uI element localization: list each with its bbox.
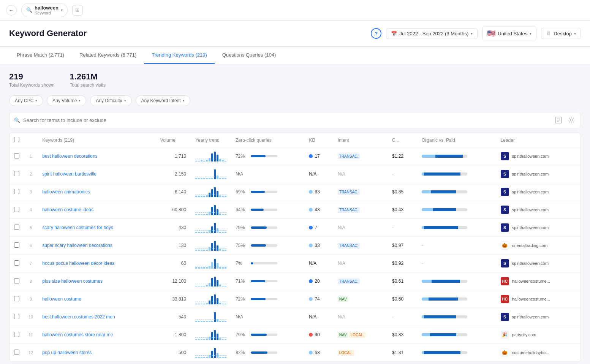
row-8-leader-name: halloweencostume... [512,297,550,301]
row-1-keyword-link[interactable]: spirit halloween bartlesville [42,171,96,177]
row-10-keyword-link[interactable]: halloween costumes store near me [42,332,113,337]
tab-phrase-match[interactable]: Phrase Match (2,771) [9,47,72,64]
row-3-number: 4 [24,201,38,219]
row-4-kd-value: 7 [315,225,317,230]
row-4-checkbox-cell [9,219,24,237]
row-9-organic-paid [417,308,496,326]
row-11-organic-paid [417,344,496,362]
row-11-intent-badge: LOCAL. [338,350,354,356]
stats-row: 219 Total Keywords shown 1.261M Total se… [9,72,581,88]
row-5-number: 6 [24,237,38,255]
row-7-kd-value: 20 [315,279,320,284]
date-range-picker[interactable]: 📅 Jul 2022 - Sep 2022 (3 Months) ▾ [386,28,478,39]
row-5-checkbox[interactable] [14,242,19,248]
row-0-keyword-link[interactable]: best halloween decorations [42,154,97,159]
cpc-filter[interactable]: Any CPC ▾ [9,95,43,106]
select-all-checkbox[interactable] [14,137,19,142]
row-0-keyword: best halloween decorations [38,147,156,165]
row-10-number: 11 [24,326,38,344]
row-2-kd: 63 [304,183,333,201]
row-6-checkbox[interactable] [14,260,19,266]
row-9-leader: Sspirithalloween.com [496,308,581,326]
row-10-cpc: $0.83 [388,326,417,344]
export-button[interactable] [554,116,563,125]
volume-filter-label: Any Volume [52,98,77,103]
search-input[interactable] [23,117,175,123]
row-2-leader-logo: S [501,188,509,196]
keyword-search-pill[interactable]: 🔍 halloween Keyword ▾ [21,3,68,17]
row-2-keyword: halloween animatronics [38,183,156,201]
row-9-checkbox[interactable] [14,314,19,319]
row-9-keyword-link[interactable]: best halloween costumes 2022 men [42,314,115,320]
row-2-keyword-link[interactable]: halloween animatronics [42,189,90,195]
row-10-intent-badge: LOCAL. [349,332,366,338]
col-volume[interactable]: Volume [156,133,191,147]
pin-button[interactable]: ⊞ [72,5,83,16]
table-row: 11halloween costumes store near me1,8007… [9,326,581,344]
difficulty-filter[interactable]: Any Difficulty ▾ [90,95,131,106]
row-1-zero-click: N/A [231,165,304,183]
difficulty-filter-chevron: ▾ [124,99,126,103]
row-9-checkbox-cell [9,308,24,326]
row-7-cpc: $0.61 [388,272,417,290]
row-5-keyword-link[interactable]: super scary halloween decorations [42,243,112,248]
row-0-number: 1 [24,147,38,165]
row-7-keyword-link[interactable]: plus size halloween costumes [42,279,103,284]
date-range-label: Jul 2022 - Sep 2022 (3 Months) [399,31,468,36]
row-11-checkbox[interactable] [14,350,19,355]
row-4-checkbox[interactable] [14,225,19,230]
row-0-checkbox[interactable] [14,153,19,158]
row-1-checkbox[interactable] [14,171,19,176]
row-5-intent: TRANSAC. [333,237,388,255]
col-intent: Intent [333,133,388,147]
row-10-zero-click-pct: 79% [236,332,248,337]
row-8-leader-logo: HC [501,295,509,303]
row-5-zero-click: 75% [231,237,304,255]
row-6-keyword-link[interactable]: hocus pocus halloween decor ideas [42,261,114,266]
settings-icon[interactable] [567,116,576,125]
row-2-organic-paid [417,183,496,201]
row-8-keyword-link[interactable]: halloween costume [42,296,81,302]
row-10-kd: 90 [304,326,333,344]
row-2-number: 3 [24,183,38,201]
row-11-keyword-link[interactable]: pop up halloween stores [42,350,92,355]
row-4-intent: N/A [333,219,388,237]
tab-questions-queries[interactable]: Questions Queries (104) [215,47,284,64]
page-title: Keyword Generator [9,28,87,38]
row-9-zero-click-pct: N/A [236,314,248,320]
row-1-zero-click-pct: N/A [236,171,248,177]
volume-filter[interactable]: Any Volume ▾ [47,95,86,106]
row-4-kd: 7 [304,219,333,237]
row-8-checkbox[interactable] [14,296,19,301]
device-picker[interactable]: 🖥 Desktop ▾ [541,28,581,39]
row-10-kd-value: 90 [315,332,320,337]
row-11-leader: 🎃costumeholidayho... [496,344,581,362]
row-7-leader-name: halloweencostume... [512,279,550,283]
tab-trending-keywords[interactable]: Trending Keywords (219) [144,47,214,64]
row-3-keyword-link[interactable]: halloween costume ideas [42,207,93,212]
row-3-checkbox[interactable] [14,207,19,212]
row-7-checkbox[interactable] [14,278,19,283]
row-3-leader-name: spirithalloween.com [512,207,549,212]
total-visits-label: Total search visits [70,82,106,88]
back-button[interactable]: ← [6,5,17,16]
row-0-leader-logo: S [501,152,509,160]
tab-related-keywords[interactable]: Related Keywords (6,771) [72,47,144,64]
row-2-checkbox[interactable] [14,189,19,194]
pin-icon: ⊞ [75,7,79,13]
top-bar: ← 🔍 halloween Keyword ▾ ⊞ [0,0,590,21]
intent-filter[interactable]: Any Keyword Intent ▾ [136,95,190,106]
row-10-leader-name: partycity.com [512,332,536,337]
row-10-checkbox[interactable] [14,332,19,337]
cpc-filter-chevron: ▾ [35,99,37,103]
row-7-zero-click: 71% [231,272,304,290]
row-11-keyword: pop up halloween stores [38,344,156,362]
row-3-leader: Sspirithalloween.com [496,201,581,219]
row-4-keyword-link[interactable]: scary halloween costumes for boys [42,225,113,230]
country-picker[interactable]: 🇺🇸 United States ▾ [482,27,536,40]
row-6-volume: 60 [156,255,191,272]
table-row: 10best halloween costumes 2022 men540N/A… [9,308,581,326]
table-row: 6super scary halloween decorations13075%… [9,237,581,255]
help-button[interactable]: ? [371,28,381,39]
calendar-icon: 📅 [391,31,397,36]
